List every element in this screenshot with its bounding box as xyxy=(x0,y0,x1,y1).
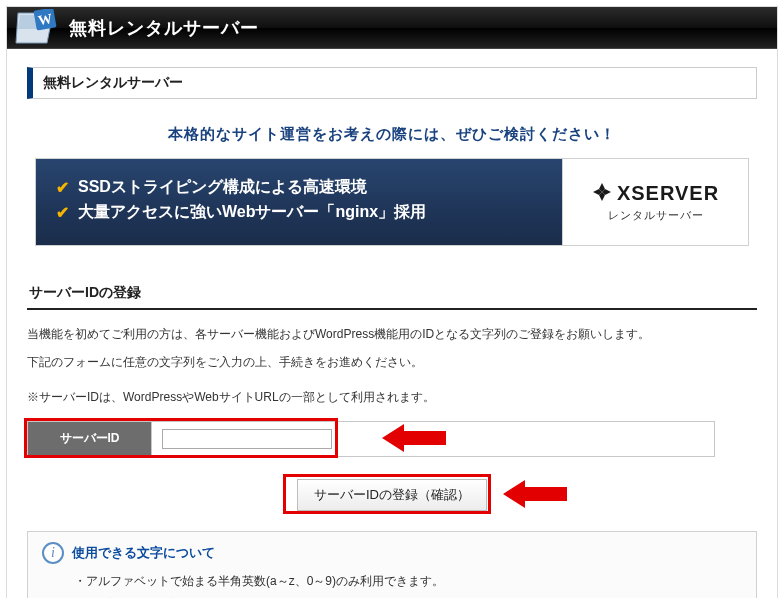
info-panel: i 使用できる文字について アルファベットで始まる半角英数(a～z、0～9)のみ… xyxy=(27,531,757,598)
info-icon: i xyxy=(42,542,64,564)
content-area: 無料レンタルサーバー 本格的なサイト運営をお考えの際には、ぜひご検討ください！ … xyxy=(7,49,777,598)
form-row: サーバーID xyxy=(27,421,757,457)
banner-bullet: SSDストライピング構成による高速環境 xyxy=(78,177,367,198)
header-bar: W 無料レンタルサーバー xyxy=(7,7,777,49)
header-title: 無料レンタルサーバー xyxy=(69,16,259,40)
brand-name: XSERVER xyxy=(617,182,719,205)
check-icon: ✔ xyxy=(54,205,70,221)
svg-marker-9 xyxy=(503,480,567,508)
annotation-arrow-icon xyxy=(503,477,567,511)
info-title: 使用できる文字について xyxy=(72,544,215,562)
svg-marker-8 xyxy=(382,424,446,452)
submit-row: サーバーIDの登録（確認） xyxy=(27,479,757,511)
promo-headline: 本格的なサイト運営をお考えの際には、ぜひご検討ください！ xyxy=(27,125,757,144)
check-icon: ✔ xyxy=(54,180,70,196)
annotation-arrow-icon xyxy=(382,421,446,455)
brand-subtitle: レンタルサーバー xyxy=(608,208,704,223)
section-note: ※サーバーIDは、WordPressやWebサイトURLの一部として利用されます… xyxy=(27,387,757,409)
info-item: アルファベットで始まる半角英数(a～z、0～9)のみ利用できます。 xyxy=(74,570,742,593)
section-desc: 当機能を初めてご利用の方は、各サーバー機能およびWordPress機能用のIDと… xyxy=(27,324,757,346)
banner-brand: XSERVER レンタルサーバー xyxy=(562,159,748,245)
server-id-label: サーバーID xyxy=(28,421,152,456)
server-id-input[interactable] xyxy=(162,429,332,449)
banner-bullet: 大量アクセスに強いWebサーバー「nginx」採用 xyxy=(78,202,426,223)
page-frame: W 無料レンタルサーバー 無料レンタルサーバー 本格的なサイト運営をお考えの際に… xyxy=(6,6,778,598)
brand-logo-icon xyxy=(592,182,612,206)
panel-title: 無料レンタルサーバー xyxy=(27,67,757,99)
register-button[interactable]: サーバーIDの登録（確認） xyxy=(297,479,487,511)
info-item: 3文字以上12文字以下の範囲で入力できます。 xyxy=(74,593,742,598)
section-desc: 下記のフォームに任意の文字列をご入力の上、手続きをお進めください。 xyxy=(27,352,757,374)
svg-text:W: W xyxy=(37,10,53,27)
promo-banner[interactable]: ✔ SSDストライピング構成による高速環境 ✔ 大量アクセスに強いWebサーバー… xyxy=(35,158,749,246)
wordpress-server-icon: W xyxy=(15,9,59,47)
banner-features: ✔ SSDストライピング構成による高速環境 ✔ 大量アクセスに強いWebサーバー… xyxy=(36,159,562,245)
section-heading: サーバーIDの登録 xyxy=(27,280,757,310)
